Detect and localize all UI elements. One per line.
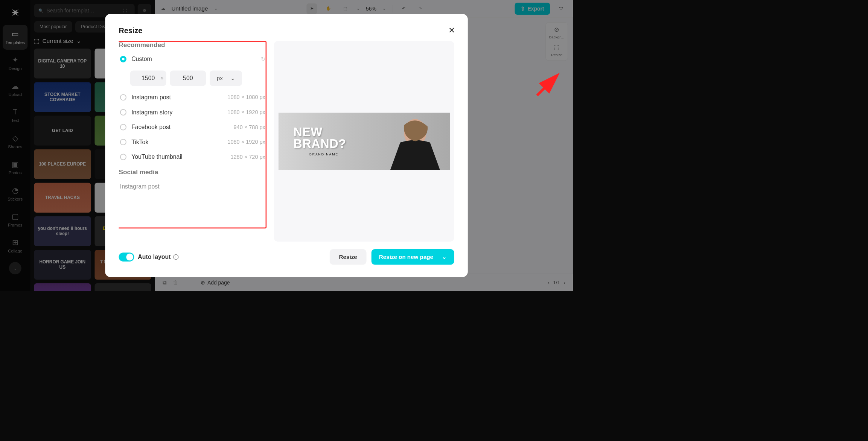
option-dims: 1080 × 1080 px [227, 94, 265, 100]
height-input[interactable] [170, 70, 206, 86]
resize-new-label: Resize on new page [379, 254, 433, 260]
chevron-down-icon: ⌄ [442, 254, 447, 260]
unit-label: px [217, 75, 223, 82]
option-label: TikTok [131, 138, 148, 145]
close-icon: ✕ [448, 25, 455, 35]
resize-modal: Resize ✕ Recommended Custom ↻ ⇅ px⌄ Inst… [105, 14, 468, 277]
size-options-list: Recommended Custom ↻ ⇅ px⌄ Instagram pos… [119, 41, 265, 242]
section-social-media: Social media [119, 168, 265, 176]
radio[interactable] [120, 139, 126, 145]
option-label: Facebook post [131, 124, 171, 131]
modal-overlay: Resize ✕ Recommended Custom ↻ ⇅ px⌄ Inst… [0, 0, 573, 291]
option-label: Custom [131, 56, 152, 62]
option-dims: 1080 × 1920 px [227, 139, 265, 145]
radio[interactable] [120, 94, 126, 100]
annotation-highlight [119, 41, 266, 228]
option-label: Instagram post [131, 94, 171, 100]
size-option-youtube-thumbnail[interactable]: YouTube thumbnail1280 × 720 px [119, 154, 265, 160]
radio-custom[interactable] [120, 56, 126, 62]
info-icon[interactable]: i [173, 254, 179, 260]
section-recommended: Recommended [119, 41, 265, 49]
preview-text-2: BRAND? [293, 137, 346, 151]
resize-preview: NEWBRAND? BRAND NAME [274, 41, 454, 242]
option-dims: 940 × 788 px [234, 124, 265, 130]
size-option-instagram-post-social[interactable]: Instagram post [119, 183, 265, 190]
size-option-instagram-post[interactable]: Instagram post1080 × 1080 px [119, 94, 265, 100]
radio[interactable] [120, 154, 126, 160]
size-option-instagram-story[interactable]: Instagram story1080 × 1920 px [119, 109, 265, 116]
resize-new-page-button[interactable]: Resize on new page⌄ [372, 249, 454, 265]
unit-select[interactable]: px⌄ [210, 70, 242, 86]
modal-title: Resize [119, 26, 454, 35]
size-option-custom[interactable]: Custom ↻ [119, 56, 265, 62]
resize-button[interactable]: Resize [330, 249, 367, 265]
close-button[interactable]: ✕ [448, 25, 455, 35]
option-label: YouTube thumbnail [131, 154, 182, 160]
chevron-down-icon: ⌄ [230, 75, 235, 82]
preview-artboard: NEWBRAND? BRAND NAME [279, 113, 450, 170]
stepper-icon[interactable]: ⇅ [161, 76, 164, 81]
modal-footer: Auto layout i Resize Resize on new page⌄ [119, 242, 454, 265]
size-option-tiktok[interactable]: TikTok1080 × 1920 px [119, 138, 265, 145]
radio[interactable] [120, 124, 126, 130]
option-dims: 1080 × 1920 px [227, 109, 265, 116]
option-dims: 1280 × 720 px [230, 154, 265, 160]
size-option-facebook-post[interactable]: Facebook post940 × 788 px [119, 124, 265, 131]
radio[interactable] [120, 109, 126, 116]
auto-layout-label: Auto layout [138, 254, 171, 260]
preview-image-person [375, 113, 450, 170]
auto-layout-toggle[interactable] [119, 252, 134, 262]
reset-icon[interactable]: ↻ [261, 56, 265, 62]
option-label: Instagram post [120, 183, 160, 190]
option-label: Instagram story [131, 109, 172, 116]
preview-subtext: BRAND NAME [309, 152, 346, 156]
